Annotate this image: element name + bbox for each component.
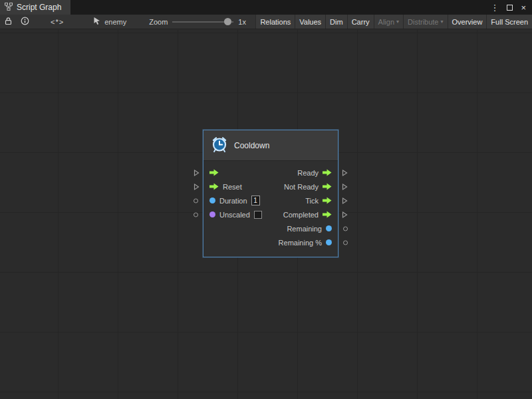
input-port-circle[interactable]: [194, 198, 198, 203]
graph-owner-label: enemy: [104, 18, 126, 26]
flow-port-icon[interactable]: [209, 181, 219, 193]
graph-icon: [5, 3, 13, 13]
boolean-port-icon[interactable]: [209, 211, 215, 217]
pointer-icon: [93, 17, 101, 27]
zoom-slider-handle[interactable]: [224, 18, 231, 25]
output-port-triangle[interactable]: [342, 183, 348, 190]
info-button[interactable]: [17, 15, 33, 29]
align-dropdown[interactable]: Align ▾: [374, 15, 403, 29]
info-icon: [21, 17, 29, 27]
graph-toolbar: <*> enemy Zoom 1x Relations Values Dim C…: [0, 15, 532, 29]
port-label: Remaining: [287, 225, 322, 233]
output-port-triangle[interactable]: [342, 197, 348, 204]
node-body: Ready Reset: [203, 161, 338, 257]
zoom-slider[interactable]: [172, 18, 233, 26]
lock-button[interactable]: [0, 15, 17, 29]
port-label: Completed: [283, 211, 319, 219]
value-port-icon[interactable]: [209, 198, 215, 203]
port-label: Unscaled: [219, 211, 250, 219]
output-port-triangle[interactable]: [342, 211, 348, 218]
port-label: Tick: [305, 197, 319, 205]
input-port-triangle[interactable]: [194, 183, 200, 190]
window-controls: ⋮ ×: [490, 0, 532, 15]
tab-label: Script Graph: [17, 3, 61, 12]
output-port-circle[interactable]: [343, 240, 348, 245]
output-port-triangle[interactable]: [342, 169, 348, 176]
flow-port-icon[interactable]: [323, 195, 332, 207]
chevron-down-icon: ▾: [441, 19, 444, 25]
lock-icon: [4, 17, 13, 27]
alarm-clock-icon: [211, 136, 228, 156]
toolbar-button-group: Relations Values Dim Carry Align ▾ Distr…: [255, 15, 532, 29]
cooldown-node[interactable]: Cooldown Ready: [203, 130, 338, 257]
value-port-icon[interactable]: [326, 225, 332, 231]
node-header[interactable]: Cooldown: [203, 130, 338, 161]
node-title: Cooldown: [234, 141, 269, 150]
chevron-down-icon: ▾: [396, 19, 399, 25]
flow-port-icon[interactable]: [323, 167, 332, 179]
flow-port-icon[interactable]: [209, 167, 219, 179]
port-row: Remaining: [203, 221, 338, 235]
input-port-circle[interactable]: [194, 212, 198, 217]
port-label: Remaining %: [279, 239, 322, 247]
maximize-icon[interactable]: [507, 3, 513, 12]
value-port-icon[interactable]: [326, 239, 332, 245]
port-label: Not Ready: [284, 183, 319, 191]
relations-button[interactable]: Relations: [255, 15, 295, 29]
code-icon: <*>: [51, 18, 64, 26]
port-row: Unscaled Completed: [203, 207, 338, 221]
dim-button[interactable]: Dim: [325, 15, 347, 29]
distribute-dropdown[interactable]: Distribute ▾: [403, 15, 447, 29]
code-view-button[interactable]: <*>: [47, 15, 68, 29]
window-titlebar: Script Graph ⋮ ×: [0, 0, 532, 15]
flow-port-icon[interactable]: [323, 209, 332, 221]
carry-button[interactable]: Carry: [347, 15, 374, 29]
values-button[interactable]: Values: [295, 15, 325, 29]
duration-value-field[interactable]: 1: [251, 196, 260, 205]
graph-canvas[interactable]: Cooldown Ready: [0, 30, 532, 399]
port-row: Duration 1 Tick: [203, 194, 338, 207]
menu-icon[interactable]: ⋮: [490, 3, 499, 12]
port-label: Duration: [219, 197, 247, 205]
flow-port-icon[interactable]: [323, 181, 332, 193]
port-row: Ready: [203, 166, 338, 180]
tab-script-graph[interactable]: Script Graph: [0, 0, 70, 15]
zoom-value: 1x: [238, 15, 246, 29]
close-icon[interactable]: ×: [521, 3, 526, 12]
port-label: Ready: [297, 169, 319, 177]
input-port-triangle[interactable]: [194, 169, 200, 176]
graph-target[interactable]: enemy: [90, 15, 129, 29]
output-port-circle[interactable]: [343, 226, 348, 231]
port-row: Remaining %: [203, 235, 338, 249]
zoom-label: Zoom: [149, 15, 168, 29]
unscaled-checkbox[interactable]: [254, 211, 262, 219]
full-screen-button[interactable]: Full Screen: [486, 15, 532, 29]
overview-button[interactable]: Overview: [448, 15, 487, 29]
port-label: Reset: [223, 183, 242, 191]
port-row: Reset Not Ready: [203, 180, 338, 194]
